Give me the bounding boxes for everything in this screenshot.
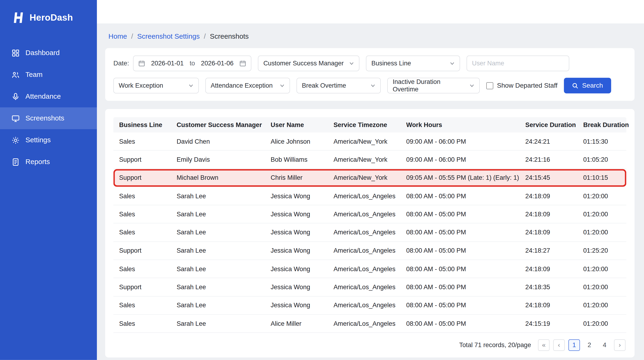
cell-break-duration: 01:20:00: [578, 302, 626, 309]
csm-select[interactable]: Customer Success Manager: [258, 56, 360, 71]
date-label: Date:: [113, 60, 129, 67]
break-overtime-select[interactable]: Break Overtime: [296, 78, 381, 94]
table-row[interactable]: Sales Sarah Lee Jessica Wong America/Los…: [113, 187, 626, 205]
cell-user: Jessica Wong: [265, 283, 328, 291]
pagination-next-button[interactable]: ›: [614, 339, 626, 351]
pagination-page-1[interactable]: 1: [568, 339, 580, 351]
sidebar-item-attendance[interactable]: Attendance: [0, 86, 97, 107]
breadcrumb-home[interactable]: Home: [108, 33, 127, 41]
search-button[interactable]: Search: [564, 78, 611, 94]
main-area: Home / Screenshot Settings / Screenshots…: [97, 0, 644, 360]
cell-break-duration: 01:20:00: [578, 229, 626, 236]
sidebar-item-label: Settings: [26, 136, 51, 144]
content-area: Home / Screenshot Settings / Screenshots…: [97, 24, 644, 360]
cell-work-hours: 08:00 AM - 05:00 PM: [400, 211, 520, 218]
pagination-first-button[interactable]: «: [538, 339, 550, 351]
work-exception-select[interactable]: Work Exception: [113, 78, 199, 94]
cell-user: Jessica Wong: [265, 247, 328, 255]
cell-business-line: Sales: [113, 320, 171, 327]
col-work-hours: Work Hours: [400, 121, 520, 129]
sidebar-item-label: Screenshots: [26, 114, 64, 122]
herodash-logo-icon: [12, 11, 26, 25]
cell-manager: Sarah Lee: [171, 247, 265, 255]
table-row[interactable]: Support Sarah Lee Jessica Wong America/L…: [113, 242, 626, 260]
table-row[interactable]: Sales Sarah Lee Jessica Wong America/Los…: [113, 205, 626, 224]
cell-service-duration: 24:24:21: [520, 138, 577, 145]
cell-manager: Michael Brown: [171, 174, 265, 182]
cell-manager: Sarah Lee: [171, 211, 265, 218]
cell-timezone: America/New_York: [328, 174, 401, 182]
cell-user: Jessica Wong: [265, 211, 328, 218]
cell-manager: Sarah Lee: [171, 320, 265, 327]
cell-service-duration: 24:15:19: [520, 320, 577, 327]
sidebar-item-label: Reports: [26, 158, 50, 166]
cell-break-duration: 01:20:00: [578, 211, 626, 218]
cell-manager: Sarah Lee: [171, 265, 265, 273]
show-departed-staff-control: Show Departed Staff: [486, 82, 558, 89]
sidebar-item-reports[interactable]: Reports: [0, 151, 97, 173]
table-row[interactable]: Sales Sarah Lee Jessica Wong America/Los…: [113, 224, 626, 242]
table-row[interactable]: Sales Sarah Lee Jessica Wong America/Los…: [113, 296, 626, 315]
cell-work-hours: 08:00 AM - 05:00 PM: [400, 320, 520, 327]
cell-business-line: Sales: [113, 265, 171, 273]
username-field-wrap: [466, 56, 569, 71]
cell-timezone: America/Los_Angeles: [328, 247, 401, 255]
table-row[interactable]: Sales David Chen Alice Johnson America/N…: [113, 132, 626, 151]
cell-user: Jessica Wong: [265, 229, 328, 236]
cell-work-hours: 08:00 AM - 05:00 PM: [400, 193, 520, 200]
pagination-page-2[interactable]: 2: [584, 339, 595, 351]
search-button-label: Search: [582, 82, 603, 89]
cell-work-hours: 08:00 AM - 05:00 PM: [400, 229, 520, 236]
cell-business-line: Sales: [113, 138, 171, 145]
cell-manager: Sarah Lee: [171, 193, 265, 200]
cell-user: Jessica Wong: [265, 265, 328, 273]
cell-work-hours: 08:00 AM - 05:00 PM: [400, 283, 520, 291]
cell-manager: Sarah Lee: [171, 283, 265, 291]
attendance-exception-select[interactable]: Attendance Exception: [206, 78, 290, 94]
chevron-down-icon: [188, 83, 194, 88]
breadcrumb-separator: /: [131, 33, 133, 41]
sidebar-item-label: Dashboard: [26, 49, 60, 57]
breadcrumb-screenshot-settings[interactable]: Screenshot Settings: [137, 33, 200, 41]
pagination-page-4[interactable]: 4: [599, 339, 610, 351]
cell-manager: Sarah Lee: [171, 302, 265, 309]
cell-business-line: Support: [113, 174, 171, 182]
csm-select-value: Customer Success Manager: [263, 60, 344, 67]
sidebar-item-settings[interactable]: Settings: [0, 129, 97, 151]
cell-timezone: America/Los_Angeles: [328, 302, 401, 309]
cell-break-duration: 01:20:00: [578, 193, 626, 200]
inactive-duration-overtime-select[interactable]: Inactive Duration Overtime: [387, 78, 480, 94]
cell-work-hours: 08:00 AM - 05:00 PM: [400, 302, 520, 309]
username-input[interactable]: [472, 60, 564, 67]
cell-service-duration: 24:18:27: [520, 247, 577, 255]
col-business-line: Business Line: [113, 121, 171, 129]
sidebar-item-dashboard[interactable]: Dashboard: [0, 42, 97, 64]
table-row[interactable]: Support Emily Davis Bob Williams America…: [113, 151, 626, 169]
cell-break-duration: 01:20:00: [578, 320, 626, 327]
breadcrumb-current: Screenshots: [210, 33, 249, 41]
cell-break-duration: 01:15:30: [578, 138, 626, 145]
team-people-icon: [12, 71, 20, 79]
date-range-picker[interactable]: 2026-01-01 to 2026-01-06: [133, 56, 251, 71]
table-row[interactable]: Sales Sarah Lee Jessica Wong America/Los…: [113, 260, 626, 278]
col-service-duration: Service Duration: [520, 121, 577, 129]
cell-break-duration: 01:25:20: [578, 247, 626, 255]
cell-timezone: America/Los_Angeles: [328, 320, 401, 327]
table-row[interactable]: Sales Sarah Lee Alice Miller America/Los…: [113, 315, 626, 333]
sidebar-item-screenshots[interactable]: Screenshots: [0, 107, 97, 129]
cell-business-line: Support: [113, 156, 171, 163]
sidebar-item-team[interactable]: Team: [0, 64, 97, 86]
cell-user: Alice Johnson: [265, 138, 328, 145]
work-exception-select-value: Work Exception: [119, 82, 163, 89]
pagination-prev-button[interactable]: ‹: [553, 339, 565, 351]
cell-work-hours: 09:00 AM - 06:00 PM: [400, 156, 520, 163]
show-departed-staff-label: Show Departed Staff: [497, 82, 558, 89]
table-row-highlighted[interactable]: Support Michael Brown Chris Miller Ameri…: [113, 169, 626, 187]
dashboard-grid-icon: [12, 49, 20, 57]
business-line-select[interactable]: Business Line: [366, 56, 460, 71]
cell-service-duration: 24:18:09: [520, 302, 577, 309]
show-departed-staff-checkbox[interactable]: [486, 82, 493, 89]
table-row[interactable]: Support Sarah Lee Jessica Wong America/L…: [113, 278, 626, 296]
pagination-total-text: Total 71 records, 20/page: [459, 341, 531, 349]
search-icon: [572, 83, 578, 89]
